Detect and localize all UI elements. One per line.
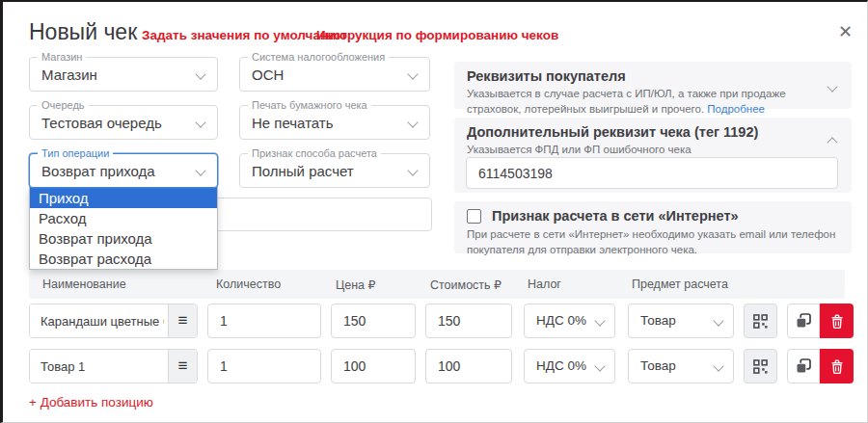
shop-label: Магазин	[38, 51, 86, 63]
item-cost-input[interactable]	[425, 349, 512, 383]
chevron-down-icon	[594, 315, 605, 326]
chevron-down-icon	[195, 68, 205, 79]
extra-requisite-input[interactable]	[466, 157, 838, 189]
dropdown-option-prihod[interactable]: Приход	[30, 188, 217, 208]
buyer-requisites-title: Реквизиты покупателя	[467, 68, 811, 84]
chevron-down-icon	[713, 360, 723, 371]
payment-method-value: Полный расчет	[252, 163, 354, 179]
queue-value: Тестовая очередь	[41, 115, 162, 131]
chevron-down-icon	[195, 165, 205, 175]
copy-icon	[796, 313, 811, 329]
item-cost-input[interactable]	[425, 304, 512, 338]
chevron-down-icon	[713, 315, 723, 326]
trash-icon	[830, 359, 844, 374]
queue-label: Очередь	[38, 99, 89, 111]
qr-code-icon	[753, 314, 768, 329]
tax-system-label: Система налогообложения	[248, 51, 389, 63]
payment-method-label: Признак способа расчета	[248, 147, 381, 159]
item-name-input[interactable]	[30, 304, 168, 337]
item-name-combo: ≡	[29, 349, 198, 383]
menu-icon[interactable]: ≡	[168, 350, 197, 383]
item-qty-input[interactable]	[207, 349, 321, 383]
item-subject-value: Товар	[640, 358, 676, 373]
marking-code-button[interactable]	[744, 349, 777, 383]
item-name-combo: ≡	[29, 304, 198, 338]
operation-type-label: Тип операции	[38, 147, 113, 159]
shop-select[interactable]: Магазин Магазин	[29, 57, 218, 92]
item-tax-select[interactable]: НДС 0%	[524, 349, 615, 383]
item-subject-value: Товар	[640, 313, 676, 328]
chevron-down-icon	[195, 117, 205, 127]
paper-print-label: Печать бумажного чека	[248, 99, 371, 111]
chevron-down-icon	[407, 68, 418, 79]
copy-row-button[interactable]	[787, 349, 820, 383]
dropdown-option-vozvrat-prihoda[interactable]: Возврат прихода	[30, 228, 217, 249]
item-price-input[interactable]	[331, 349, 416, 383]
col-tax: Налог	[528, 278, 561, 291]
col-subject: Предмет расчета	[632, 278, 728, 291]
payment-method-select[interactable]: Признак способа расчета Полный расчет	[239, 153, 430, 188]
col-cost: Стоимость ₽	[430, 278, 502, 292]
chevron-down-icon	[407, 165, 418, 175]
more-link[interactable]: Подробнее	[707, 103, 765, 115]
queue-select[interactable]: Очередь Тестовая очередь	[29, 105, 218, 140]
internet-payment-label: Признак расчета в сети «Интернет»	[492, 208, 739, 224]
copy-icon	[796, 358, 811, 374]
item-name-input[interactable]	[30, 350, 168, 383]
internet-payment-description: При расчете в сети «Интернет» необходимо…	[467, 227, 839, 257]
operation-type-select[interactable]: Тип операции Возврат прихода	[29, 153, 218, 188]
col-price: Цена ₽	[336, 278, 375, 292]
delete-row-button[interactable]	[820, 304, 854, 338]
chevron-down-icon	[407, 117, 418, 127]
instruction-link[interactable]: Инструкция по формированию чеков	[316, 28, 558, 42]
menu-icon[interactable]: ≡	[168, 304, 197, 337]
item-tax-select[interactable]: НДС 0%	[524, 304, 615, 338]
tax-system-value: ОСН	[252, 66, 284, 83]
item-tax-value: НДС 0%	[536, 358, 586, 373]
item-tax-value: НДС 0%	[536, 313, 586, 328]
page-title: Новый чек	[29, 19, 137, 45]
internet-payment-checkbox[interactable]	[467, 209, 481, 224]
item-qty-input[interactable]	[207, 304, 321, 338]
item-subject-select[interactable]: Товар	[628, 349, 734, 383]
delete-row-button[interactable]	[820, 349, 854, 383]
operation-type-dropdown: Приход Расход Возврат прихода Возврат ра…	[29, 187, 218, 270]
paper-print-value: Не печатать	[252, 115, 334, 131]
items-table-header: Наименование Количество Цена ₽ Стоимость…	[29, 270, 845, 299]
extra-requisite-panel: Дополнительный реквизит чека (тег 1192) …	[454, 118, 852, 193]
buyer-requisites-description: Указывается в случае расчета с ИП/ЮЛ, а …	[467, 87, 811, 117]
buyer-requisites-panel[interactable]: Реквизиты покупателя Указывается в случа…	[454, 62, 852, 109]
qr-code-icon	[753, 359, 768, 374]
copy-row-button[interactable]	[787, 304, 820, 338]
item-price-input[interactable]	[331, 304, 416, 338]
chevron-up-icon[interactable]	[827, 137, 837, 147]
add-position-link[interactable]: + Добавить позицию	[29, 395, 153, 410]
operation-type-value: Возврат прихода	[41, 163, 155, 179]
chevron-down-icon[interactable]	[827, 81, 837, 92]
marking-code-button[interactable]	[744, 304, 777, 338]
trash-icon	[830, 314, 844, 329]
extra-requisite-title: Дополнительный реквизит чека (тег 1192)	[467, 124, 811, 140]
dropdown-option-vozvrat-rashoda[interactable]: Возврат расхода	[30, 249, 217, 269]
chevron-down-icon	[594, 360, 605, 371]
tax-system-select[interactable]: Система налогообложения ОСН	[239, 57, 430, 92]
shop-value: Магазин	[41, 66, 97, 83]
close-icon[interactable]: ✕	[838, 23, 853, 40]
paper-print-select[interactable]: Печать бумажного чека Не печатать	[239, 105, 430, 140]
dropdown-option-rashod[interactable]: Расход	[30, 208, 217, 228]
col-name: Наименование	[42, 278, 126, 291]
col-qty: Количество	[216, 278, 281, 291]
internet-payment-panel: Признак расчета в сети «Интернет» При ра…	[454, 201, 852, 253]
item-subject-select[interactable]: Товар	[628, 304, 734, 338]
extra-requisite-hint: Указывается ФПД или ФП ошибочного чека	[467, 143, 811, 158]
new-receipt-dialog: { "header": { "title": "Новый чек", "lin…	[0, 0, 868, 423]
